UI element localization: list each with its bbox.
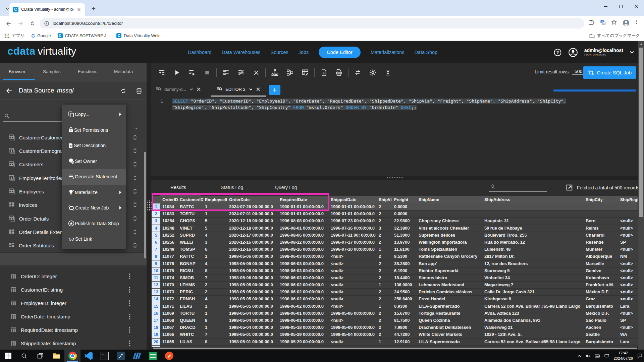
minimize-button[interactable]: [598, 0, 613, 13]
account-chevron-down-icon[interactable]: [629, 50, 635, 55]
reorder-chevrons-icon[interactable]: [133, 242, 137, 248]
column-item-requireddate[interactable]: RequiredDate: timestamp: [0, 324, 147, 336]
menu-item-copy-[interactable]: Copy...: [62, 107, 126, 122]
create-sql-job-button[interactable]: Create SQL Job: [583, 66, 636, 79]
close-icon[interactable]: [256, 87, 260, 92]
toolbar-explain-plan-button[interactable]: [267, 67, 282, 79]
bookmark-item[interactable]: CData Virtuality Welc...: [116, 33, 164, 39]
nav-item-sources[interactable]: Sources: [270, 50, 288, 55]
chevron-down-icon[interactable]: [189, 87, 194, 92]
bookmark-item[interactable]: GGoogle: [31, 33, 51, 39]
table-row[interactable]: 1711068QUEEN81998-05-04 00:00:00.01998-0…: [152, 317, 638, 324]
keyboard-icon[interactable]: [595, 353, 600, 359]
back-icon[interactable]: [4, 19, 13, 28]
menu-item-set-description[interactable]: Set Description: [62, 138, 126, 154]
column-header-shipcity[interactable]: ShipCity: [583, 196, 618, 203]
kebab-menu-icon[interactable]: [129, 340, 130, 347]
column-header-freight[interactable]: Freight: [392, 196, 417, 203]
column-header-shipname[interactable]: ShipName: [417, 196, 482, 203]
reorder-chevrons-icon[interactable]: [133, 188, 137, 194]
info-icon[interactable]: [44, 21, 49, 26]
open-in-new-icon[interactable]: [566, 184, 573, 191]
taskbar-data-app-button[interactable]: [129, 350, 145, 362]
toolbar-replace-button[interactable]: [350, 67, 365, 79]
nav-item-data-shop[interactable]: Data Shop: [415, 50, 438, 55]
page-scrollbar[interactable]: [638, 41, 644, 350]
toolbar-collapse-panel-button[interactable]: [154, 67, 169, 79]
results-tab-query-log[interactable]: Query Log: [275, 185, 297, 190]
bookmark-item[interactable]: CCDATA SOFTWARE J...: [58, 33, 110, 39]
table-row[interactable]: 1911066WHITC71998-05-01 00:00:00.01998-0…: [152, 331, 638, 338]
taskbar-terminal-button[interactable]: >_: [97, 350, 113, 362]
column-item-shippeddate[interactable]: ShippedDate: timestamp: [0, 337, 147, 349]
reorder-chevrons-icon[interactable]: [133, 229, 137, 235]
table-row[interactable]: 1811067DRACD11998-05-04 00:00:00.01998-0…: [152, 324, 638, 331]
taskbar-sheets-app-button[interactable]: [145, 350, 161, 362]
nav-item-data-warehouses[interactable]: Data Warehouses: [222, 50, 261, 55]
table-row[interactable]: 211083TORTU12024-07-01 00:00:00.01900-01…: [152, 210, 638, 218]
sidebar-tab-functions[interactable]: Functions: [78, 69, 98, 74]
reorder-chevrons-icon[interactable]: [133, 175, 137, 181]
table-row[interactable]: 1011075RICSU81998-05-06 00:00:00.01998-0…: [152, 267, 638, 275]
sidebar-tab-samples[interactable]: Samples: [43, 69, 61, 74]
share-icon[interactable]: [588, 19, 594, 25]
results-tab-status-log[interactable]: Status Log: [221, 185, 243, 190]
account-avatar-icon[interactable]: [568, 47, 578, 58]
table-row[interactable]: 410248VINET52020-12-18 00:00:00.01996-08…: [152, 225, 638, 232]
help-icon[interactable]: ?: [553, 48, 562, 57]
reorder-chevrons-icon[interactable]: [133, 134, 137, 140]
taskbar-vscode-button[interactable]: [80, 350, 97, 362]
column-item-employeeid[interactable]: EmployeeID: integer: [0, 297, 147, 309]
back-arrow-icon[interactable]: [5, 87, 13, 95]
reorder-chevrons-icon[interactable]: [133, 161, 137, 167]
results-tab-results[interactable]: Results: [170, 185, 186, 190]
toolbar-format-sql-button[interactable]: [218, 67, 233, 79]
reorder-chevrons-icon[interactable]: [133, 216, 137, 222]
toolbar-query-plan-button[interactable]: [282, 67, 298, 79]
toolbar-export-csv-button[interactable]: CSV: [331, 67, 346, 79]
table-row[interactable]: 1411072ERNSH41998-05-05 00:00:00.01998-0…: [152, 296, 638, 303]
table-row[interactable]: 710249TOMSP62020-12-16 00:00:00.01996-08…: [152, 246, 638, 253]
toolbar-settings-button[interactable]: [365, 67, 380, 79]
editor-tab-1[interactable]: dummy-d...: [156, 82, 201, 97]
forward-icon[interactable]: [16, 19, 25, 28]
nav-item-dashboard[interactable]: Dashboard: [188, 50, 212, 55]
column-header-shipregion[interactable]: ShipRegion: [618, 196, 638, 203]
taskbar-search-button[interactable]: [16, 350, 32, 362]
reorder-chevrons-icon[interactable]: [133, 202, 137, 208]
taskbar-task-view-button[interactable]: [32, 350, 48, 362]
menu-item-set-owner[interactable]: Set Owner: [62, 154, 126, 169]
app-logo[interactable]: cdata virtuality: [7, 45, 76, 57]
refresh-icon[interactable]: [120, 87, 127, 95]
toolbar-run-script-button[interactable]: [184, 67, 200, 79]
column-item-orderid[interactable]: OrderID: integer: [0, 270, 147, 282]
profile-avatar[interactable]: [622, 19, 630, 27]
nav-item-code-editor[interactable]: Code Editor: [319, 47, 361, 58]
results-horizontal-scrollbar[interactable]: [152, 347, 638, 350]
translate-icon[interactable]: Aa: [600, 19, 606, 25]
kebab-menu-icon[interactable]: [129, 300, 130, 306]
page-scrollbar-thumb[interactable]: [639, 48, 643, 217]
toolbar-stop-button[interactable]: [200, 67, 215, 79]
taskbar-file-explorer-button[interactable]: [48, 350, 64, 362]
toolbar-edit-grid-button[interactable]: [298, 67, 313, 79]
table-row[interactable]: 510252SUPRD42020-12-17 00:00:00.01996-08…: [152, 232, 638, 239]
scroll-up-icon[interactable]: [640, 43, 643, 45]
table-row[interactable]: 2011065LILAS81998-05-01 00:00:00.01998-0…: [152, 339, 638, 346]
editor-tab-2[interactable]: EDITOR 2: [217, 82, 260, 97]
apps-shortcut[interactable]: アプリ: [5, 33, 24, 39]
reload-icon[interactable]: [28, 19, 37, 28]
taskbar-sql-tool-button[interactable]: [113, 350, 129, 362]
menu-item-set-permissions[interactable]: Set Permissions: [62, 122, 126, 138]
tab-close-icon[interactable]: [76, 7, 82, 12]
browser-tab[interactable]: C CData Virtuality - admin@locall: [9, 3, 85, 16]
taskbar-clock[interactable]: 17:42 2024/07/26: [613, 351, 633, 361]
add-editor-tab-button[interactable]: +: [269, 85, 280, 95]
all-bookmarks[interactable]: すべてのブックマーク: [589, 33, 640, 39]
table-row[interactable]: 811077RATTC11998-05-06 00:00:00.01998-06…: [152, 253, 638, 260]
column-header-shippeddate[interactable]: ShippedDate: [329, 196, 377, 203]
column-item-customerid[interactable]: CustomerID: string: [0, 284, 147, 296]
volume-muted-icon[interactable]: [585, 353, 591, 359]
menu-item-publish-to-data-shop[interactable]: Publish to Data Shop: [62, 216, 126, 232]
toolbar-run-button[interactable]: [169, 67, 184, 79]
